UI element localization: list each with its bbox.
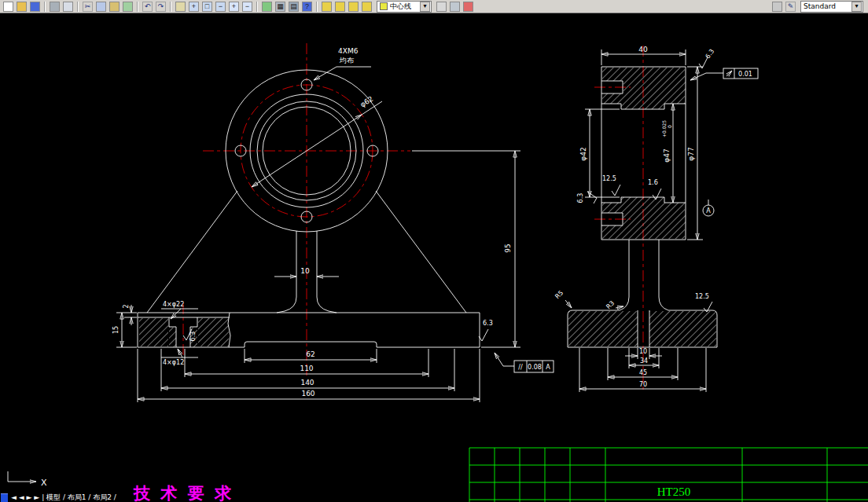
layout-tab-bar[interactable]: ◄ ◄ ► ► | 模型 / 布局1 / 布局2 / [0,493,116,502]
fcf-symbol: // [518,364,523,371]
linetype-icon-glyph [450,2,460,12]
redo-icon[interactable]: ↷ [154,1,167,13]
undo-icon-glyph: ↶ [142,2,153,12]
calculator-icon[interactable]: ▦ [274,1,287,13]
table-icon[interactable]: ▤ [287,1,300,13]
thread-note-label: 4XM6 [338,47,359,55]
object-properties-icon[interactable] [360,1,373,13]
list-icon[interactable] [347,1,360,13]
roughness-base-top-label: 12.5 [695,293,709,300]
toolbar-separator [316,2,318,12]
chevron-down-icon[interactable]: ▾ [851,2,862,12]
area-icon[interactable] [333,1,347,13]
parallelism-fcf: // 0.08 A [495,353,554,372]
help-icon[interactable]: ? [300,1,314,13]
save-icon[interactable] [28,1,42,13]
copy-icon[interactable] [94,1,108,13]
roughness-cbore-label: 6.3 [189,332,197,342]
redraw-icon-glyph [262,2,272,12]
print-preview-icon-glyph [63,2,73,12]
area-icon-glyph [335,2,345,12]
drawing-canvas[interactable]: 4XM6 均布 φ62 95 10 62 110 [0,13,868,502]
zoom-window-icon-glyph: □ [202,2,212,12]
open-folder-icon-glyph [17,2,27,12]
copy-icon-glyph [96,2,106,12]
print-icon-glyph [50,2,60,12]
distance-icon[interactable] [320,1,333,13]
zoom-window-icon[interactable]: □ [200,1,214,13]
zoom-in-icon[interactable]: + [227,1,241,13]
toolbar-separator [256,2,258,12]
style-combo[interactable]: Standard ▾ [800,1,863,13]
osnap-icon[interactable] [771,1,784,13]
dim-40-label: 40 [638,46,648,53]
dim-70-label: 70 [639,381,647,388]
layer-manager-icon[interactable] [435,1,448,13]
new-file-icon-glyph [3,2,13,12]
redraw-icon[interactable] [260,1,274,13]
ucs-icon: X [8,471,47,488]
print-icon[interactable] [48,1,61,13]
zoom-realtime-icon[interactable]: + [187,1,200,13]
roughness-face-label: 6.3 [704,48,716,60]
match-properties-icon-glyph [123,2,133,12]
undo-icon[interactable]: ↶ [141,1,154,13]
style-combo-value: Standard [804,2,850,10]
toolbar-icons-left: ✂↶↷+□−+−▦▤? [2,0,373,13]
print-preview-icon[interactable] [61,1,75,13]
list-icon-glyph [348,2,359,12]
layer-combo-value: 中心线 [390,2,418,12]
ucs-x-label: X [41,478,47,488]
toolbar-separator [44,2,46,12]
cut-icon[interactable]: ✂ [81,1,94,13]
toolbar-icons-mid [435,0,475,13]
dim-62-label: 62 [306,350,314,358]
paste-icon[interactable] [108,1,121,13]
layout-tabs-text[interactable]: ◄ ◄ ► ► | 模型 / 布局1 / 布局2 / [11,493,116,502]
toolbar-separator [170,2,171,12]
dim-110-label: 110 [300,365,313,372]
fcf-tolerance: 0.08 [528,364,542,371]
dim-95-label: 95 [504,244,512,252]
runout-fcf: 0.01 [690,68,758,80]
chevron-down-icon[interactable]: ▾ [420,2,430,12]
zoom-previous-icon[interactable]: − [214,1,227,13]
runout-value: 0.01 [738,71,752,78]
dim-s10-label: 10 [639,348,647,355]
r5-label: R5 [554,289,565,300]
open-folder-icon[interactable] [15,1,28,13]
layer-color-swatch [380,2,388,10]
start-button-fragment[interactable] [1,493,8,502]
dia-77-label: φ77 [687,147,695,160]
dim-140-label: 140 [300,379,314,387]
redo-icon-glyph: ↷ [156,2,166,12]
pencil-icon-glyph: ✎ [785,2,796,12]
toolbar-separator [77,2,79,12]
save-icon-glyph [30,2,40,12]
dia-47-tol-upper: +0.025 [661,120,667,137]
color-control-icon[interactable] [462,1,475,13]
zoom-previous-icon-glyph: − [215,2,226,12]
osnap-icon-glyph [772,2,782,12]
thread-note-label2: 均布 [339,57,355,64]
tech-requirements-title: 技 术 要 求 [133,484,234,502]
distance-icon-glyph [322,2,332,12]
pan-hand-icon[interactable] [174,1,187,13]
dim-45-label: 45 [639,369,647,376]
help-icon-glyph: ? [302,2,312,12]
r3-label: R3 [605,299,616,310]
zoom-out-icon[interactable]: − [241,1,254,13]
match-properties-icon[interactable] [121,1,134,13]
hole-note-label: 4×φ12 [163,359,184,366]
dim-15-label: 15 [112,326,120,334]
dia-47-label: φ47 [663,148,671,162]
linetype-icon[interactable] [448,1,462,13]
roughness-bore-label: 12.5 [602,175,616,182]
new-file-icon[interactable] [2,1,15,13]
pencil-icon[interactable]: ✎ [784,1,797,13]
table-icon-glyph: ▤ [289,2,299,12]
front-view-geometry [138,70,480,347]
dia-42-label: φ42 [579,147,587,160]
layer-combo[interactable]: 中心线 ▾ [377,1,432,13]
roughness-left-label: 6.3 [577,193,584,203]
